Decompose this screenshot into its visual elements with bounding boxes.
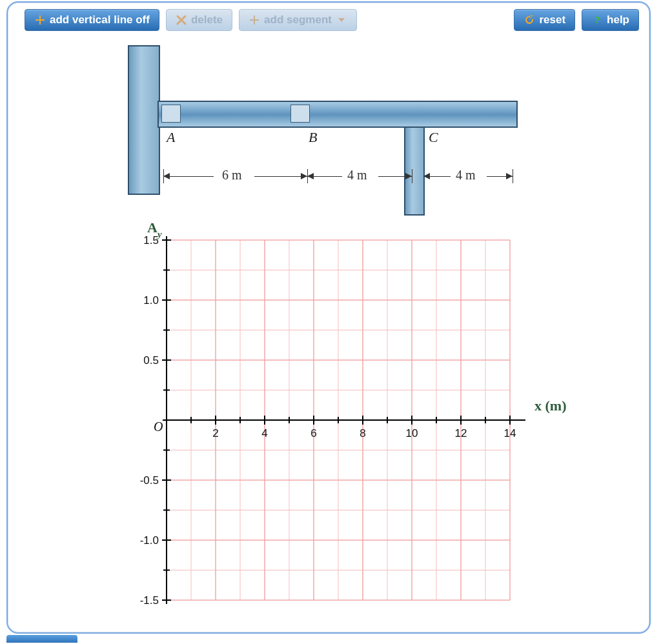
fixed-wall: [128, 45, 160, 195]
point-b-label: B: [309, 129, 317, 146]
svg-text:1.0: 1.0: [143, 294, 159, 307]
svg-text:10: 10: [406, 427, 418, 439]
x-icon: [176, 14, 187, 26]
svg-text:1.5: 1.5: [143, 234, 159, 247]
svg-text:-1.5: -1.5: [140, 594, 159, 607]
svg-text:2: 2: [212, 427, 218, 439]
dim-ab: 6 m: [222, 168, 242, 183]
add-vertical-line-button[interactable]: add vertical line off: [25, 9, 159, 31]
add-vertical-line-label: add vertical line off: [50, 14, 150, 26]
svg-text:4: 4: [261, 427, 267, 439]
svg-text:12: 12: [455, 427, 467, 439]
svg-text:-1.0: -1.0: [140, 534, 159, 547]
point-c-label: C: [429, 129, 438, 146]
add-segment-label: add segment: [264, 14, 332, 26]
dim-bc: 4 m: [347, 168, 367, 183]
reset-icon: [524, 14, 535, 26]
horizontal-beam: [158, 101, 518, 128]
svg-text:0.5: 0.5: [143, 354, 159, 367]
influence-line-plot[interactable]: Ay: [121, 219, 573, 619]
svg-text:14: 14: [504, 427, 516, 439]
help-button[interactable]: ? help: [582, 9, 639, 31]
axes: [163, 236, 525, 604]
support-column: [404, 126, 425, 216]
footer-button-partial[interactable]: [6, 635, 77, 643]
beam-diagram: A B C 6 m 4 m 4 m: [128, 45, 515, 213]
chevron-down-icon: [336, 14, 347, 26]
plot-panel: add vertical line off delete add segment: [6, 1, 651, 634]
hinge-a: [161, 105, 181, 123]
reset-label: reset: [539, 14, 565, 26]
toolbar: add vertical line off delete add segment: [25, 9, 639, 31]
delete-button[interactable]: delete: [166, 9, 232, 31]
plus-icon: [249, 14, 260, 26]
plus-icon: [34, 14, 46, 26]
x-axis-label: x (m): [534, 397, 566, 414]
svg-text:-0.5: -0.5: [140, 474, 159, 487]
svg-text:6: 6: [310, 427, 316, 439]
svg-text:8: 8: [360, 427, 365, 439]
origin-label: O: [154, 419, 163, 434]
svg-text:?: ?: [594, 15, 600, 25]
dim-c-end: 4 m: [456, 168, 476, 183]
point-a-label: A: [167, 129, 175, 146]
help-label: help: [607, 14, 629, 26]
delete-label: delete: [191, 14, 223, 26]
reset-button[interactable]: reset: [514, 9, 575, 31]
hinge-b: [290, 105, 310, 123]
add-segment-button[interactable]: add segment: [239, 9, 357, 31]
question-icon: ?: [591, 14, 603, 26]
